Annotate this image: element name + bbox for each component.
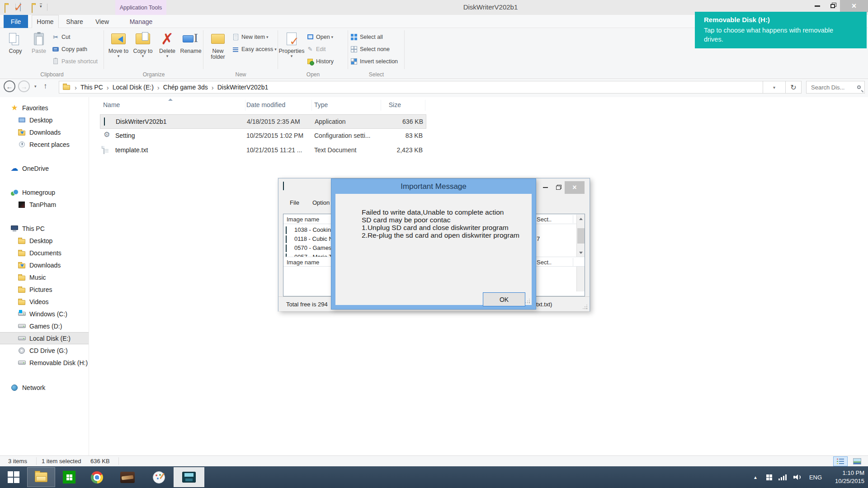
qat-customize-icon[interactable]: ▾ bbox=[40, 4, 42, 9]
tab-file[interactable]: File bbox=[4, 15, 28, 28]
show-hidden-icons-button[interactable]: ▲ bbox=[750, 466, 761, 488]
sidebar-item-pc-downloads[interactable]: Downloads bbox=[0, 259, 89, 271]
close-button[interactable]: × bbox=[840, 0, 868, 12]
search-input[interactable] bbox=[810, 84, 857, 91]
move-to-button[interactable]: Move to▾ bbox=[107, 30, 130, 58]
sidebar-item-local-disk-e[interactable]: Local Disk (E:) bbox=[0, 332, 89, 344]
recent-locations-icon[interactable]: ▾ bbox=[34, 84, 37, 89]
resize-grip[interactable] bbox=[586, 308, 587, 309]
qat-folder-icon[interactable] bbox=[5, 5, 5, 13]
invert-selection-button[interactable]: Invert selection bbox=[350, 55, 398, 67]
column-divider[interactable] bbox=[245, 100, 245, 111]
column-header-type[interactable]: Type bbox=[314, 101, 328, 108]
removable-disk-toast[interactable]: Removable Disk (H:) Tap to choose what h… bbox=[695, 12, 867, 48]
scroll-up-button[interactable] bbox=[577, 215, 585, 223]
paste-shortcut-button[interactable]: Paste shortcut bbox=[52, 55, 98, 67]
address-dropdown-button[interactable]: ▾ bbox=[763, 81, 786, 94]
up-button[interactable]: ↑ bbox=[43, 82, 47, 91]
file-row-template[interactable]: template.txt 10/21/2015 11:21 ... Text D… bbox=[100, 143, 426, 158]
column-divider[interactable] bbox=[381, 100, 381, 111]
history-button[interactable]: History bbox=[306, 55, 334, 67]
breadcrumb[interactable]: ›This PC ›Local Disk (E:) ›Chép game 3ds… bbox=[59, 81, 763, 94]
important-message-dialog[interactable]: Important Message Failed to write data,U… bbox=[331, 178, 536, 310]
rename-button[interactable]: Rename bbox=[179, 30, 203, 54]
sidebar-item-downloads[interactable]: Downloads bbox=[0, 126, 89, 138]
taskbar-paint[interactable] bbox=[145, 467, 173, 487]
sidebar-item-videos[interactable]: Videos bbox=[0, 296, 89, 308]
taskbar-file-explorer[interactable] bbox=[27, 467, 55, 487]
diskwriter-close-button[interactable]: × bbox=[565, 181, 585, 194]
back-button[interactable]: ← bbox=[4, 80, 15, 92]
sidebar-item-favorites[interactable]: Favorites bbox=[0, 102, 89, 114]
sidebar-item-removable-disk-h[interactable]: Removable Disk (H:) bbox=[0, 357, 89, 369]
sidebar-item-games-d[interactable]: Games (D:) bbox=[0, 320, 89, 332]
properties-button[interactable]: Properties▾ bbox=[280, 30, 303, 58]
diskwriter-minimize-button[interactable] bbox=[538, 181, 552, 194]
column-header-size[interactable]: Size bbox=[359, 101, 401, 108]
breadcrumb-item[interactable]: Local Disk (E:) bbox=[113, 84, 154, 91]
search-box[interactable] bbox=[806, 81, 865, 94]
select-all-button[interactable]: Select all bbox=[350, 31, 398, 43]
details-view-button[interactable] bbox=[833, 456, 848, 466]
minimize-button[interactable] bbox=[809, 0, 826, 12]
sidebar-item-pc-desktop[interactable]: Desktop bbox=[0, 235, 89, 247]
tray-volume[interactable] bbox=[790, 466, 804, 488]
file-row-setting[interactable]: Setting 10/25/2015 1:02 PM Configuration… bbox=[100, 129, 426, 143]
column-divider[interactable] bbox=[311, 100, 312, 111]
tray-language[interactable]: ENG bbox=[807, 466, 825, 488]
restore-button[interactable] bbox=[826, 0, 840, 12]
taskbar-diskwriter[interactable] bbox=[174, 467, 204, 487]
resize-grip[interactable] bbox=[529, 302, 530, 303]
icons-view-button[interactable] bbox=[850, 456, 864, 466]
sidebar-item-music[interactable]: Music bbox=[0, 271, 89, 283]
ok-button[interactable]: OK bbox=[483, 292, 525, 306]
new-folder-button[interactable]: New folder bbox=[206, 30, 230, 60]
sidebar-item-desktop[interactable]: Desktop bbox=[0, 114, 89, 126]
column-divider[interactable] bbox=[425, 100, 425, 111]
scroll-down-button[interactable] bbox=[577, 249, 585, 257]
sidebar-item-this-pc[interactable]: This PC bbox=[0, 222, 89, 235]
qat-newfolder-icon[interactable] bbox=[32, 5, 33, 13]
sidebar-item-tanpham[interactable]: TanPham bbox=[0, 198, 89, 211]
cut-button[interactable]: ✂Cut bbox=[52, 31, 98, 43]
tab-view[interactable]: View bbox=[90, 15, 114, 28]
column-header-date[interactable]: Date modified bbox=[246, 101, 285, 108]
scrollbar[interactable] bbox=[576, 215, 585, 291]
tray-clock[interactable]: 1:10 PM 10/25/2015 bbox=[835, 469, 864, 485]
qat-properties-icon[interactable] bbox=[20, 3, 21, 11]
copy-to-button[interactable]: Copy to▾ bbox=[131, 30, 155, 58]
new-item-button[interactable]: New item▾ bbox=[231, 31, 277, 43]
edit-button[interactable]: ✎Edit bbox=[306, 43, 334, 55]
sidebar-item-recent-places[interactable]: Recent places bbox=[0, 138, 89, 150]
tab-home[interactable]: Home bbox=[32, 15, 59, 28]
taskbar-game[interactable] bbox=[111, 467, 144, 487]
breadcrumb-item[interactable]: This PC bbox=[80, 84, 103, 91]
sidebar-item-homegroup[interactable]: Homegroup bbox=[0, 186, 89, 198]
tray-action-center[interactable] bbox=[762, 466, 776, 488]
tab-share[interactable]: Share bbox=[62, 15, 87, 28]
breadcrumb-item[interactable]: DiskWriterV202b1 bbox=[217, 84, 269, 91]
diskwriter-restore-button[interactable] bbox=[552, 181, 565, 194]
select-none-button[interactable]: Select none bbox=[350, 43, 398, 55]
refresh-button[interactable]: ↻ bbox=[786, 81, 802, 94]
copy-button[interactable]: Copy bbox=[4, 30, 27, 54]
taskbar-chrome[interactable] bbox=[83, 467, 110, 487]
breadcrumb-item[interactable]: Chép game 3ds bbox=[163, 84, 208, 91]
sidebar-item-documents[interactable]: Documents bbox=[0, 247, 89, 259]
column-header-name[interactable]: Name bbox=[103, 101, 120, 108]
sidebar-item-network[interactable]: Network bbox=[0, 381, 89, 394]
taskbar-store[interactable] bbox=[56, 467, 82, 487]
tray-network[interactable] bbox=[776, 466, 789, 488]
open-button[interactable]: Open▾ bbox=[306, 31, 334, 43]
copy-path-button[interactable]: Copy path bbox=[52, 43, 98, 55]
start-button[interactable] bbox=[0, 467, 27, 487]
sidebar-item-windows-c[interactable]: Windows (C:) bbox=[0, 308, 89, 320]
sidebar-item-onedrive[interactable]: OneDrive bbox=[0, 162, 89, 174]
tab-manage[interactable]: Manage bbox=[118, 15, 164, 28]
easy-access-button[interactable]: Easy access▾ bbox=[231, 43, 277, 55]
delete-button[interactable]: ✗ Delete▾ bbox=[156, 30, 179, 58]
paste-button[interactable]: Paste bbox=[27, 30, 51, 54]
forward-button[interactable]: → bbox=[18, 80, 30, 92]
file-row-diskwriter[interactable]: DiskWriterV202b1 4/18/2015 2:35 AM Appli… bbox=[100, 114, 426, 129]
menu-option[interactable]: Option bbox=[312, 199, 330, 206]
